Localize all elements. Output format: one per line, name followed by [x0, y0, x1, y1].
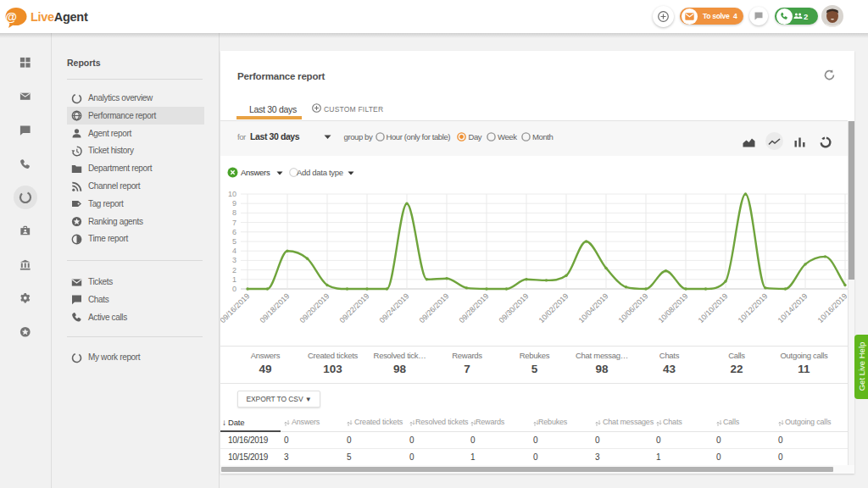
svg-text:10/08/2019: 10/08/2019 [656, 291, 689, 324]
svg-text:2: 2 [232, 266, 236, 274]
svg-text:09/18/2019: 09/18/2019 [258, 291, 291, 324]
svg-text:10/02/2019: 10/02/2019 [537, 291, 570, 324]
svg-text:3: 3 [232, 256, 236, 264]
svg-text:09/20/2019: 09/20/2019 [298, 291, 331, 324]
svg-text:10/06/2019: 10/06/2019 [616, 291, 649, 324]
svg-text:09/24/2019: 09/24/2019 [377, 291, 410, 324]
svg-text:10/16/2019: 10/16/2019 [815, 291, 848, 324]
svg-text:09/26/2019: 09/26/2019 [417, 291, 450, 324]
svg-text:10/10/2019: 10/10/2019 [696, 291, 729, 324]
svg-text:10/12/2019: 10/12/2019 [736, 291, 769, 324]
svg-text:1: 1 [232, 275, 236, 284]
svg-text:10/04/2019: 10/04/2019 [576, 291, 609, 324]
svg-text:09/22/2019: 09/22/2019 [337, 291, 370, 324]
svg-text:10/14/2019: 10/14/2019 [776, 291, 809, 324]
svg-text:8: 8 [232, 208, 236, 217]
svg-text:10: 10 [228, 190, 236, 198]
svg-text:7: 7 [232, 219, 236, 227]
svg-text:09/30/2019: 09/30/2019 [497, 291, 530, 324]
svg-text:@: @ [5, 10, 17, 24]
svg-text:5: 5 [232, 237, 236, 246]
svg-text:6: 6 [232, 228, 236, 236]
svg-text:4: 4 [232, 247, 236, 255]
svg-text:09/16/2019: 09/16/2019 [220, 291, 251, 324]
svg-text:0: 0 [232, 285, 236, 293]
svg-text:09/28/2019: 09/28/2019 [457, 291, 490, 324]
svg-text:9: 9 [232, 199, 236, 208]
